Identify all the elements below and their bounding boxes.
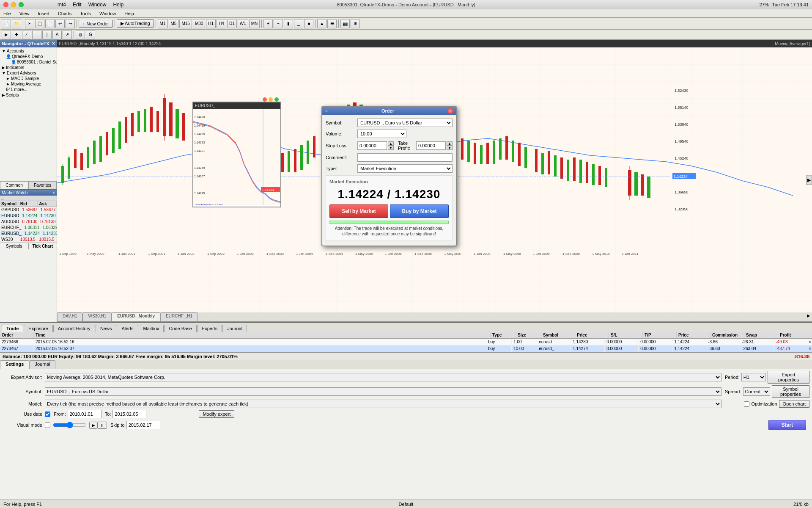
- toolbar-open-btn[interactable]: 📁: [12, 19, 21, 28]
- toolbar-btn2[interactable]: M5: [169, 19, 179, 28]
- term-tab-experts[interactable]: Experts: [197, 325, 222, 332]
- toolbar-chart-type2[interactable]: ⎯: [294, 19, 303, 28]
- menu-insert[interactable]: Insert: [36, 11, 51, 17]
- toolbar-btn1[interactable]: M1: [158, 19, 168, 28]
- ep-tab-settings[interactable]: Settings: [0, 360, 29, 369]
- from-input[interactable]: [68, 410, 102, 418]
- toolbar2-arrow[interactable]: ↗: [63, 30, 72, 39]
- optimization-checkbox[interactable]: [744, 401, 749, 407]
- dialog-symbol-select[interactable]: EURUSD_, Euro vs US Dollar: [357, 119, 453, 127]
- nav-account-item[interactable]: 👤 QtradeFX-Demo: [1, 54, 56, 59]
- sell-by-market-btn[interactable]: Sell by Market: [329, 204, 388, 218]
- mini-chart-min[interactable]: [269, 97, 273, 102]
- toolbar-zoom-in[interactable]: +: [263, 19, 273, 28]
- skip-to-input[interactable]: [126, 421, 160, 429]
- modify-expert-btn[interactable]: Modify expert: [199, 410, 234, 418]
- term-tab-trade[interactable]: Trade: [2, 325, 23, 332]
- toolbar2-crosshair[interactable]: ✚: [12, 30, 21, 39]
- spread-select[interactable]: Current: [743, 387, 770, 396]
- chart-tab-eurchf[interactable]: EURCHF_,H1: [160, 312, 198, 321]
- toolbar2-fib[interactable]: ◍: [76, 30, 85, 39]
- dialog-close-btn[interactable]: ×: [447, 108, 453, 114]
- toolbar-zoom-out[interactable]: −: [274, 19, 283, 28]
- mac-menu-edit[interactable]: Edit: [73, 2, 82, 8]
- mw-tab1[interactable]: ...: [1, 196, 28, 200]
- mini-chart-close[interactable]: [263, 97, 267, 102]
- mac-menu-window[interactable]: Window: [88, 2, 107, 8]
- menu-charts[interactable]: Charts: [56, 11, 73, 17]
- visual-mode-pause[interactable]: ⏸: [98, 422, 107, 429]
- menu-tools[interactable]: Tools: [78, 11, 93, 17]
- nav-tab-common[interactable]: Common: [0, 181, 28, 189]
- term-tab-history[interactable]: Account History: [53, 325, 95, 332]
- toolbar-settings[interactable]: ⚙: [351, 19, 360, 28]
- order-row-0[interactable]: 2273466 2015.02.05 16:52:16 buy 1.00 eur…: [0, 339, 812, 345]
- term-tab-news[interactable]: News: [96, 325, 117, 332]
- symbol-props-btn[interactable]: Symbol properties: [772, 385, 809, 398]
- mw-row-5[interactable]: WS30 18013.5 18015.5: [0, 237, 57, 243]
- toolbar-btn9[interactable]: MN: [249, 19, 260, 28]
- menu-view[interactable]: View: [18, 11, 31, 17]
- open-chart-btn[interactable]: Open chart: [779, 400, 809, 408]
- tick-chart-tab[interactable]: Tick Chart: [29, 243, 57, 249]
- ep-tab-journal[interactable]: Journal: [29, 360, 55, 369]
- symbol-select[interactable]: EURUSD_, Euro vs US Dollar: [45, 387, 721, 396]
- market-watch-close[interactable]: ×: [52, 190, 55, 195]
- toolbar-btn5[interactable]: H1: [206, 19, 216, 28]
- nav-tab-favorites[interactable]: Favorites: [28, 181, 57, 189]
- symbols-tab[interactable]: Symbols: [0, 243, 29, 249]
- start-button[interactable]: Start: [768, 420, 806, 430]
- toolbar2-line[interactable]: ∕: [22, 30, 31, 39]
- toolbar-chart-type3[interactable]: ■: [304, 19, 313, 28]
- chart-tab-ws30[interactable]: WS30,H1: [82, 312, 112, 321]
- toolbar-screenshot[interactable]: 📷: [340, 19, 350, 28]
- model-select[interactable]: Every tick (the most precise method base…: [45, 400, 721, 408]
- toolbar-cut-btn[interactable]: ✂: [25, 19, 34, 28]
- term-tab-codebase[interactable]: Code Base: [164, 325, 196, 332]
- maximize-dot[interactable]: [19, 2, 24, 7]
- mini-chart-max[interactable]: [274, 97, 279, 102]
- chart-tab-eurusd[interactable]: EURUSD_,Monthly: [112, 312, 160, 321]
- term-tab-journal[interactable]: Journal: [222, 325, 247, 332]
- tp-down[interactable]: ▼: [447, 146, 453, 150]
- mac-menu-mt4[interactable]: mt4: [58, 2, 66, 8]
- mw-tab2[interactable]: ...: [28, 196, 56, 200]
- mw-row-2[interactable]: AUDUSD 0.78130 0.78138: [0, 219, 57, 225]
- toolbar-btn6[interactable]: H4: [217, 19, 226, 28]
- toolbar-template[interactable]: ☰: [327, 19, 337, 28]
- toolbar-new-btn[interactable]: 📄: [2, 19, 11, 28]
- toolbar2-hline[interactable]: —: [32, 30, 41, 39]
- toolbar2-text[interactable]: A: [52, 30, 62, 39]
- tp-up[interactable]: ▲: [447, 141, 453, 146]
- toolbar2-cursor[interactable]: ▶: [2, 30, 11, 39]
- mw-row-1[interactable]: EURUSD 1.14224 1.14230: [0, 213, 57, 219]
- mac-menu-help[interactable]: Help: [113, 2, 123, 8]
- toolbar-indicator[interactable]: ▲: [317, 19, 326, 28]
- minimize-dot[interactable]: [11, 2, 16, 7]
- expert-props-btn[interactable]: Expert properties: [768, 371, 809, 384]
- order-close-1[interactable]: ×: [808, 345, 812, 352]
- toolbar-chart-type1[interactable]: ▮: [284, 19, 293, 28]
- term-tab-exposure[interactable]: Exposure: [24, 325, 52, 332]
- toolbar-btn8[interactable]: W1: [238, 19, 248, 28]
- chart-tab-dav[interactable]: DAV,H1: [57, 312, 82, 321]
- toolbar-redo-btn[interactable]: ↪: [66, 19, 75, 28]
- sl-up[interactable]: ▲: [388, 141, 394, 146]
- toolbar-paste-btn[interactable]: 📄: [45, 19, 55, 28]
- visual-mode-checkbox[interactable]: [45, 422, 50, 428]
- toolbar-undo-btn[interactable]: ↩: [55, 19, 65, 28]
- toolbar-copy-btn[interactable]: 📋: [35, 19, 44, 28]
- dialog-type-select[interactable]: Market Execution: [357, 164, 453, 173]
- to-input[interactable]: [112, 410, 146, 418]
- nav-account-sub[interactable]: 👤 80053301 : Daniel Sol: [1, 59, 56, 65]
- menu-file[interactable]: File: [2, 11, 13, 17]
- nav-indicators[interactable]: ▶ Indicators: [1, 65, 56, 70]
- mw-row-3[interactable]: EURCHF_ 1.06311 1.06339: [0, 225, 57, 231]
- new-order-button[interactable]: + New Order: [79, 20, 113, 28]
- visual-mode-play[interactable]: ▶: [89, 422, 98, 429]
- nav-more[interactable]: 641 more...: [1, 87, 56, 92]
- period-select[interactable]: H1: [741, 373, 766, 381]
- nav-scripts[interactable]: ▶ Scripts: [1, 92, 56, 98]
- order-row-1[interactable]: 2273467 2015.02.05 16:52:37 buy 10.00 eu…: [0, 345, 812, 352]
- nav-experts[interactable]: ▼ Expert Advisors: [1, 70, 56, 76]
